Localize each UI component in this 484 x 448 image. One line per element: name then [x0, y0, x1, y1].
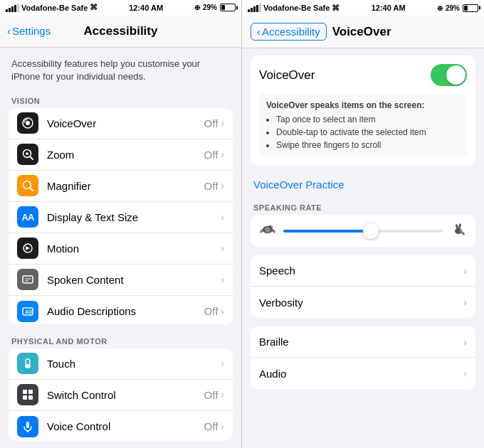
svg-text:AD: AD [25, 309, 32, 314]
left-status-carrier: Vodafone-Be Safe ⌘ [6, 3, 98, 12]
voiceover-desc-item-1: Tap once to select an item [276, 113, 460, 126]
voiceover-label: VoiceOver [47, 117, 204, 129]
magnifier-value: Off [204, 180, 219, 192]
spoken-content-row[interactable]: Spoken Content › [9, 265, 233, 296]
voice-control-svg [21, 420, 34, 433]
audio-row[interactable]: Audio › [251, 358, 475, 389]
right-nav-bar: ‹ Accessibility VoiceOver [242, 16, 484, 48]
switch-control-row[interactable]: Switch Control Off › [9, 380, 233, 411]
right-status-carrier: Vodafone-Be Safe ⌘ [248, 4, 340, 13]
right-battery-percent: 29% [446, 4, 460, 12]
svg-point-27 [460, 230, 461, 232]
verbosity-row[interactable]: Verbosity › [251, 287, 475, 318]
magnifier-row[interactable]: Magnifier Off › [9, 171, 233, 202]
touch-chevron-icon: › [221, 358, 224, 369]
carrier-name: Vodafone-Be Safe [21, 4, 88, 12]
svg-point-26 [458, 223, 462, 230]
braille-audio-group: Braille › Audio › [251, 326, 475, 389]
voiceover-toggle-group: VoiceOver VoiceOver speaks items on the … [251, 55, 475, 166]
spoken-content-icon [17, 269, 38, 290]
display-text-chevron-icon: › [221, 211, 224, 223]
right-location-icon: ⊕ [437, 4, 443, 12]
slider-thumb[interactable] [363, 223, 379, 239]
zoom-row[interactable]: Zoom Off › [9, 139, 233, 171]
voice-control-icon [17, 416, 38, 437]
audio-desc-chevron-icon: › [221, 306, 224, 317]
display-text-icon: AA [17, 206, 38, 228]
switch-control-label: Switch Control [47, 389, 204, 401]
braille-row[interactable]: Braille › [251, 326, 475, 358]
vision-section-header: VISION [0, 91, 241, 108]
zoom-label: Zoom [47, 149, 204, 161]
braille-label: Braille [259, 336, 463, 348]
signal-bar-1 [6, 9, 8, 12]
voiceover-value: Off [204, 117, 219, 129]
magnifier-icon [17, 175, 38, 196]
signal-bar-4 [14, 5, 16, 12]
voiceover-desc-list: Tap once to select an item Double-tap to… [266, 113, 460, 151]
right-signal-bar-5 [259, 4, 261, 12]
audio-chevron-icon: › [463, 368, 467, 379]
braille-chevron-icon: › [463, 336, 467, 348]
display-text-size-row[interactable]: AA Display & Text Size › [9, 202, 233, 233]
verbosity-chevron-icon: › [463, 297, 467, 308]
left-status-bar: Vodafone-Be Safe ⌘ 12:40 AM ⊕ 29% [0, 0, 241, 16]
speaking-rate-slider[interactable] [283, 224, 443, 238]
motion-row[interactable]: Motion › [9, 233, 233, 265]
voiceover-practice-link[interactable]: VoiceOver Practice [242, 170, 484, 199]
touch-row[interactable]: Touch › [9, 348, 233, 380]
svg-rect-9 [23, 276, 33, 283]
slider-track [283, 230, 443, 233]
magnifier-label: Magnifier [47, 180, 204, 192]
right-signal-bar-3 [253, 6, 256, 12]
spoken-content-chevron-icon: › [221, 274, 224, 285]
motion-icon [17, 238, 38, 259]
voice-control-value: Off [204, 420, 219, 432]
vision-settings-group: VoiceOver Off › Zoom Off › [9, 108, 233, 324]
switch-control-icon [17, 384, 38, 405]
physical-section-header: PHYSICAL AND MOTOR [0, 331, 241, 348]
right-signal-bar-1 [248, 9, 250, 12]
voice-control-row[interactable]: Voice Control Off › [9, 411, 233, 441]
svg-point-23 [271, 226, 272, 227]
speed-slow-icon [259, 222, 276, 240]
speech-row[interactable]: Speech › [251, 255, 475, 287]
back-label: Settings [12, 25, 51, 37]
audio-desc-label: Audio Descriptions [47, 305, 204, 317]
rabbit-icon [450, 222, 467, 236]
zoom-chevron-icon: › [221, 149, 224, 160]
battery-percent: 29% [203, 4, 217, 11]
right-signal-bar-2 [251, 8, 253, 12]
zoom-svg [21, 148, 34, 161]
speech-verbosity-group: Speech › Verbosity › [251, 255, 475, 318]
voice-control-chevron-icon: › [221, 421, 224, 432]
audio-desc-row[interactable]: AD Audio Descriptions Off › [9, 296, 233, 324]
touch-svg [21, 357, 34, 370]
turtle-icon [259, 222, 276, 236]
signal-bar-2 [9, 8, 11, 12]
switch-control-value: Off [204, 389, 219, 401]
location-icon: ⊕ [194, 4, 200, 11]
slider-fill [283, 230, 371, 233]
right-signal-bars-icon [248, 4, 261, 12]
motion-chevron-icon: › [221, 242, 224, 254]
left-nav-title: Accessibility [84, 24, 158, 38]
svg-rect-17 [28, 395, 33, 400]
voiceover-toggle-label: VoiceOver [259, 68, 315, 82]
motion-label: Motion [47, 242, 221, 255]
voiceover-toggle-row: VoiceOver [259, 64, 467, 86]
zoom-icon [17, 144, 38, 165]
right-back-label: Accessibility [262, 26, 320, 38]
speaking-rate-section: SPEAKING RATE [251, 199, 475, 247]
right-back-button[interactable]: ‹ Accessibility [251, 23, 327, 41]
left-back-button[interactable]: ‹ Settings [7, 25, 51, 37]
svg-rect-18 [26, 422, 29, 428]
right-signal-bar-4 [256, 5, 258, 12]
audio-desc-icon: AD [17, 301, 38, 322]
voiceover-toggle[interactable] [431, 64, 467, 86]
battery-fill [221, 5, 225, 10]
voice-control-label: Voice Control [47, 420, 204, 432]
voiceover-row[interactable]: VoiceOver Off › [9, 108, 233, 139]
svg-point-1 [26, 121, 30, 125]
right-battery-fill [464, 6, 468, 11]
